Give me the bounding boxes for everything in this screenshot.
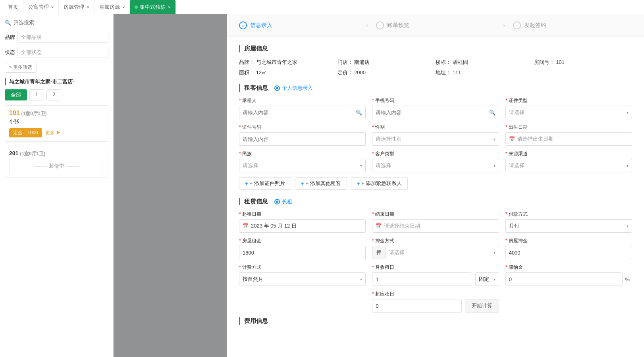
birthday-input[interactable]: 📅 请选择出生日期 — [505, 132, 632, 146]
phone-input[interactable] — [376, 110, 487, 116]
payment-select[interactable]: 月付 ▾ — [505, 219, 632, 233]
house-section-title: 房屋信息 — [239, 45, 632, 52]
modal-panel: ○ 信息录入 › ○ 账单预览 › ○ 发起签约 — [227, 14, 644, 357]
room-number-101: 101 — [9, 110, 20, 116]
phone-search-icon[interactable]: 🔍 — [489, 110, 496, 116]
tenant-header: 租客信息 个人信息录入 — [239, 84, 632, 92]
add-other-tenant-btn[interactable]: + + 添加其他租客 — [295, 177, 347, 190]
field-payment: * 付款方式 月付 ▾ — [505, 211, 632, 233]
start-date-icon: 📅 — [243, 223, 249, 229]
step-2-circle: ○ — [376, 21, 384, 29]
rental-type-long[interactable]: 长租 — [274, 198, 292, 205]
house-area: 面积： 12㎡ — [239, 69, 337, 76]
tab-apartment[interactable]: 公寓管理 × — [23, 0, 59, 14]
brand-select[interactable]: 全部品牌 — [17, 32, 108, 43]
more-btn-101[interactable]: 更多 ▶ — [45, 129, 61, 136]
percent-icon: % — [623, 276, 632, 282]
deposit-chevron: ▾ — [494, 251, 496, 255]
late-fee-input[interactable]: 0 — [505, 272, 623, 286]
tab-room-mgmt-close[interactable]: × — [87, 5, 89, 10]
tenant-name-input[interactable] — [243, 110, 354, 116]
rental-row-3: * 计费方式 按自然月 ▾ * 月收租日 — [239, 264, 632, 286]
search-icon: 🔍 — [5, 20, 11, 26]
house-info-grid: 品牌： 与之城市青年之家 门店： 南浦店 楼栋： 碧桂园 — [239, 59, 632, 76]
floor-tab-all[interactable]: 全部 — [5, 89, 27, 100]
main-layout: 🔍 筛选搜索 品牌 全部品牌 状态 全部状态 » 更多筛选 与之城市青年之家-市… — [0, 14, 644, 357]
start-date-input[interactable]: 📅 2023 年 05 月 12 日 — [239, 219, 366, 233]
sidebar: 🔍 筛选搜索 品牌 全部品牌 状态 全部状态 » 更多筛选 与之城市青年之家-市… — [0, 14, 114, 357]
tab-add-room[interactable]: 添加房源 × — [94, 0, 130, 14]
phone-input-wrapper[interactable]: 🔍 — [372, 106, 499, 119]
tab-centralized-close[interactable]: × — [168, 5, 170, 10]
add-id-photo-btn[interactable]: + + 添加证件照片 — [239, 177, 291, 190]
step-1: ○ 信息录入 — [239, 21, 358, 29]
fixed-select[interactable]: 固定 ▾ — [475, 272, 499, 286]
customer-type-select[interactable]: 请选择 ▾ — [372, 159, 499, 172]
late-fee-row: 0 % — [505, 272, 632, 286]
action-btns: + + 添加证件照片 + + 添加其他租客 + + 添加紧急联系人 — [239, 177, 632, 190]
stepper: ○ 信息录入 › ○ 账单预览 › ○ 发起签约 — [227, 14, 644, 37]
tenant-row-2: * 证件号码 * 性别 — [239, 124, 632, 146]
tenant-search-icon[interactable]: 🔍 — [356, 110, 362, 116]
end-date-input[interactable]: 📅 请选择结束日期 — [372, 219, 499, 233]
overdue-input[interactable]: 0 — [372, 299, 461, 313]
filter-search: 🔍 筛选搜索 — [5, 19, 108, 26]
tab-centralized[interactable]: 集中式独栋 × — [130, 0, 175, 14]
room-tenant-101: 小张 — [9, 118, 104, 125]
step-1-circle: ○ — [239, 21, 247, 29]
field-id-number: * 证件号码 — [239, 124, 366, 146]
field-late-fee: * 滞纳金 0 % — [505, 264, 632, 286]
source-select[interactable]: 请选择 ▾ — [505, 159, 632, 172]
ethnicity-chevron: ▾ — [360, 164, 362, 168]
rental-type-label: 长租 — [282, 198, 292, 205]
ethnicity-select[interactable]: 请选择 ▾ — [239, 159, 366, 172]
floor-tab-2[interactable]: 2 — [46, 89, 61, 100]
gender-select[interactable]: 请选择性别 ▾ — [372, 132, 499, 146]
tenant-section-title: 租客信息 — [239, 84, 268, 92]
field-ethnicity: * 民族 请选择 ▾ — [239, 151, 366, 172]
fee-section-title: 费用信息 — [239, 317, 632, 325]
status-select[interactable]: 全部状态 — [17, 47, 108, 58]
tenant-name-input-wrapper[interactable]: 🔍 — [239, 106, 366, 119]
modal-content: 房屋信息 品牌： 与之城市青年之家 门店： 南浦店 — [227, 37, 644, 357]
field-collect-day: * 月收租日 1 固定 ▾ — [372, 264, 499, 286]
step-arrow-2: › — [503, 22, 505, 29]
modal-overlay: ○ 信息录入 › ○ 账单预览 › ○ 发起签约 — [114, 14, 644, 357]
rental-radio-dot — [274, 199, 280, 205]
filter-status-row: 状态 全部状态 — [5, 47, 108, 58]
deposit-select[interactable]: 请选择 ▾ — [386, 246, 499, 259]
content-area: ○ 信息录入 › ○ 账单预览 › ○ 发起签约 — [114, 14, 644, 357]
tab-apartment-close[interactable]: × — [51, 5, 54, 10]
floor-tab-1[interactable]: 1 — [29, 89, 44, 100]
rental-radio-dot-inner — [276, 201, 278, 203]
rent-input[interactable]: 1800 — [239, 246, 366, 259]
more-filter-btn[interactable]: » 更多筛选 — [5, 62, 37, 73]
id-number-input-wrapper[interactable] — [239, 132, 366, 146]
room-spec-201: (1室0厅1卫) — [20, 151, 45, 156]
tenant-radio-personal[interactable]: 个人信息录入 — [274, 85, 313, 92]
field-house-deposit: * 房屋押金 4000 — [505, 237, 632, 259]
tab-add-room-close[interactable]: × — [122, 5, 125, 10]
tab-home[interactable]: 首页 — [3, 0, 23, 14]
step-2-label: 账单预览 — [387, 22, 409, 29]
field-overdue: * 超应收日 0 开始计算 — [372, 291, 499, 313]
house-room: 房间号： 101 — [534, 59, 632, 66]
customer-type-chevron: ▾ — [494, 164, 496, 168]
tenant-row-1: * 承租人 🔍 * 手机号码 — [239, 97, 632, 119]
fee-section: 费用信息 — [239, 317, 632, 325]
room-card-101: 101 (1室0厅1卫) 小张 定金：1000 更多 ▶ — [5, 105, 108, 142]
billing-chevron: ▾ — [360, 277, 362, 282]
tab-room-mgmt[interactable]: 房源管理 × — [59, 0, 94, 14]
tenant-row-3: * 民族 请选择 ▾ * 客户类型 — [239, 151, 632, 172]
calc-btn[interactable]: 开始计算 — [465, 299, 499, 313]
house-store: 门店： 南浦店 — [337, 59, 436, 66]
billing-select[interactable]: 按自然月 ▾ — [239, 272, 366, 286]
add-emergency-btn[interactable]: + + 添加紧急联系人 — [351, 177, 408, 190]
id-type-select[interactable]: 请选择 ▾ — [505, 106, 632, 119]
deposit-badge-101[interactable]: 定金：1000 — [9, 128, 42, 137]
field-phone: * 手机号码 🔍 — [372, 97, 499, 119]
collect-day-input[interactable]: 1 — [372, 272, 472, 286]
id-number-input[interactable] — [243, 136, 362, 142]
house-deposit-input[interactable]: 4000 — [505, 246, 632, 259]
step-2: ○ 账单预览 — [376, 21, 495, 29]
